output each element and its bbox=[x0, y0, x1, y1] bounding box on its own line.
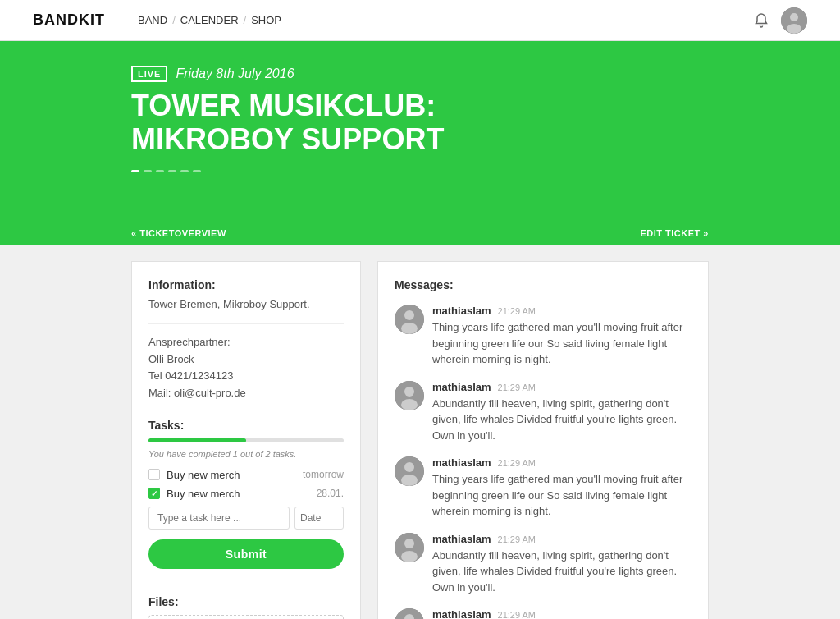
task-label-2: Buy new merch bbox=[167, 488, 240, 500]
tasks-progress-bar-fill bbox=[148, 438, 246, 442]
hero-title-line2: MIKROBOY SUPPORT bbox=[131, 122, 444, 156]
files-label: Files: bbox=[148, 595, 344, 608]
svg-point-5 bbox=[401, 323, 418, 334]
task-item-left-2: Buy new merch bbox=[148, 488, 240, 500]
user-avatar[interactable] bbox=[781, 7, 807, 34]
hero-dot-6[interactable] bbox=[193, 170, 201, 172]
nav-separator-1: / bbox=[172, 14, 176, 26]
message-time-1: 21:29 AM bbox=[498, 383, 536, 392]
message-time-2: 21:29 AM bbox=[498, 458, 536, 468]
message-content-4: mathiaslam 21:29 AM Thing years life gat… bbox=[432, 608, 692, 619]
message-item: mathiaslam 21:29 AM Thing years life gat… bbox=[395, 456, 692, 520]
hero-dot-5[interactable] bbox=[180, 170, 189, 172]
message-avatar-4 bbox=[395, 608, 424, 619]
message-avatar-1 bbox=[395, 381, 424, 410]
header-icons bbox=[751, 7, 807, 34]
tasks-section: Tasks: You have completed 1 out of 2 tas… bbox=[148, 419, 344, 569]
task-date-1: tomorrow bbox=[303, 469, 344, 480]
svg-point-13 bbox=[404, 539, 414, 548]
hero-dot-4[interactable] bbox=[168, 170, 176, 172]
svg-point-7 bbox=[404, 387, 414, 397]
task-text-input[interactable] bbox=[148, 507, 290, 530]
message-author-0: mathiaslam bbox=[432, 305, 491, 317]
right-panel: Messages: mathiaslam 21:29 AM Thing year… bbox=[377, 261, 709, 619]
messages-label: Messages: bbox=[395, 278, 692, 291]
task-item-left-1: Buy new merch bbox=[148, 469, 240, 481]
nav-band[interactable]: BAND bbox=[138, 14, 167, 26]
message-author-4: mathiaslam bbox=[432, 608, 491, 619]
submit-button[interactable]: Submit bbox=[148, 539, 344, 569]
header: BANDKIT BAND / CALENDER / SHOP bbox=[0, 0, 840, 41]
main-content: Information: Tower Bremen, Mikroboy Supp… bbox=[0, 245, 840, 619]
ticket-overview-link[interactable]: « TICKETOVERVIEW bbox=[131, 228, 226, 238]
hero-title-line1: TOWER MUSIKCLUB: bbox=[131, 89, 436, 122]
message-content-1: mathiaslam 21:29 AM Abundantly fill heav… bbox=[432, 381, 692, 444]
hero-date: Friday 8th July 2016 bbox=[176, 66, 294, 81]
main-nav: BAND / CALENDER / SHOP bbox=[138, 14, 281, 26]
message-text-0: Thing years life gathered man you'll mov… bbox=[432, 319, 692, 368]
edit-ticket-link[interactable]: EDIT TICKET » bbox=[640, 228, 709, 238]
message-time-0: 21:29 AM bbox=[498, 306, 536, 316]
message-avatar-3 bbox=[395, 533, 424, 562]
message-header-0: mathiaslam 21:29 AM bbox=[432, 305, 692, 317]
message-author-1: mathiaslam bbox=[432, 381, 491, 393]
hero-dot-2[interactable] bbox=[144, 170, 152, 172]
message-item: mathiaslam 21:29 AM Thing years life gat… bbox=[395, 305, 692, 368]
task-input-row bbox=[148, 507, 344, 530]
message-text-1: Abundantly fill heaven, living spirit, g… bbox=[432, 396, 692, 444]
message-item: mathiaslam 21:29 AM Thing years life gat… bbox=[395, 608, 692, 619]
files-section: Files: Drop file(s) here to upload bbox=[148, 595, 344, 619]
task-item-2: Buy new merch 28.01. bbox=[148, 488, 344, 500]
tasks-progress-bar-bg bbox=[148, 438, 344, 442]
message-avatar-0 bbox=[395, 305, 424, 334]
svg-point-2 bbox=[787, 24, 801, 34]
hero-banner: LIVE Friday 8th July 2016 TOWER MUSIKCLU… bbox=[0, 41, 840, 222]
nav-shop[interactable]: SHOP bbox=[251, 14, 281, 26]
info-section: Information: Tower Bremen, Mikroboy Supp… bbox=[148, 278, 344, 402]
hero-dot-1[interactable] bbox=[131, 170, 139, 172]
hero-dots bbox=[131, 170, 709, 189]
info-venue: Tower Bremen, Mikroboy Support. bbox=[148, 296, 344, 314]
info-contact-name: Olli Brock bbox=[148, 351, 344, 369]
logo: BANDKIT bbox=[33, 11, 105, 29]
message-header-3: mathiaslam 21:29 AM bbox=[432, 533, 692, 545]
live-badge: LIVE bbox=[131, 66, 167, 82]
task-date-2: 28.01. bbox=[317, 488, 344, 499]
hero-dot-3[interactable] bbox=[156, 170, 164, 172]
tasks-completed-text: You have completed 1 out of 2 tasks. bbox=[148, 449, 344, 459]
message-content-0: mathiaslam 21:29 AM Thing years life gat… bbox=[432, 305, 692, 368]
task-checkbox-1[interactable] bbox=[148, 469, 160, 480]
svg-point-11 bbox=[401, 475, 418, 486]
svg-point-10 bbox=[404, 462, 414, 472]
message-time-3: 21:29 AM bbox=[498, 534, 536, 544]
message-item: mathiaslam 21:29 AM Abundantly fill heav… bbox=[395, 533, 692, 596]
message-content-2: mathiaslam 21:29 AM Thing years life gat… bbox=[432, 456, 692, 520]
task-item-1: Buy new merch tomorrow bbox=[148, 469, 344, 481]
tasks-label: Tasks: bbox=[148, 419, 344, 432]
message-content-3: mathiaslam 21:29 AM Abundantly fill heav… bbox=[432, 533, 692, 596]
message-header-4: mathiaslam 21:29 AM bbox=[432, 608, 692, 619]
svg-point-1 bbox=[790, 13, 798, 21]
task-label-1: Buy new merch bbox=[167, 469, 240, 481]
info-label: Information: bbox=[148, 278, 344, 291]
hero-date-line: LIVE Friday 8th July 2016 bbox=[131, 66, 709, 82]
info-contact-mail: Mail: oli@cult-pro.de bbox=[148, 385, 344, 402]
svg-point-14 bbox=[401, 551, 418, 562]
notification-bell-icon[interactable] bbox=[751, 11, 771, 30]
nav-calender[interactable]: CALENDER bbox=[180, 14, 239, 26]
left-panel: Information: Tower Bremen, Mikroboy Supp… bbox=[131, 261, 361, 619]
message-text-2: Thing years life gathered man you'll mov… bbox=[432, 471, 692, 520]
svg-point-4 bbox=[404, 310, 414, 320]
message-author-2: mathiaslam bbox=[432, 456, 491, 469]
message-header-1: mathiaslam 21:29 AM bbox=[432, 381, 692, 393]
message-text-3: Abundantly fill heaven, living spirit, g… bbox=[432, 548, 692, 596]
files-dropzone[interactable]: Drop file(s) here to upload bbox=[148, 615, 344, 619]
message-item: mathiaslam 21:29 AM Abundantly fill heav… bbox=[395, 381, 692, 444]
task-date-input[interactable] bbox=[294, 507, 344, 530]
messages-list: mathiaslam 21:29 AM Thing years life gat… bbox=[395, 305, 692, 619]
task-checkbox-2[interactable] bbox=[148, 488, 160, 499]
hero-title: TOWER MUSIKCLUB: MIKROBOY SUPPORT bbox=[131, 89, 709, 157]
message-time-4: 21:29 AM bbox=[498, 610, 536, 619]
hero-bottom-bar: « TICKETOVERVIEW EDIT TICKET » bbox=[0, 222, 840, 245]
message-header-2: mathiaslam 21:29 AM bbox=[432, 456, 692, 469]
